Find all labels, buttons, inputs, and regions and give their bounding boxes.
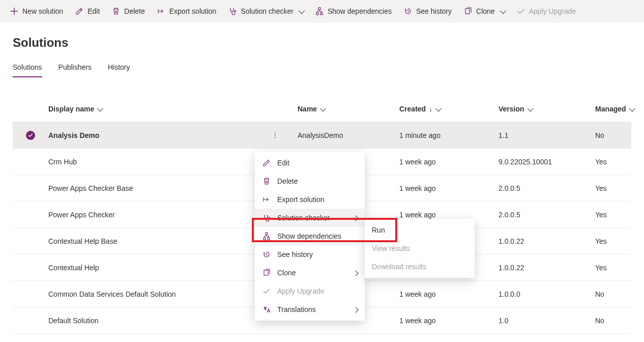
col-version[interactable]: Version (499, 105, 595, 113)
ctx-see-history[interactable]: See history (255, 245, 365, 264)
ctx-show-deps-label: Show dependencies (277, 232, 341, 240)
ctx-export[interactable]: Export solution (255, 190, 365, 209)
tab-history[interactable]: History (108, 59, 130, 77)
chevron-down-icon (435, 105, 440, 113)
svg-rect-2 (316, 13, 318, 15)
chevron-down-icon (629, 105, 634, 113)
chevron-right-icon (354, 305, 358, 314)
stethoscope-icon (228, 7, 237, 15)
trash-icon (112, 7, 120, 15)
ctx-delete[interactable]: Delete (255, 172, 365, 190)
chevron-right-icon (354, 269, 358, 277)
submenu-view-results: View results (365, 239, 475, 258)
cell-version: 9.0.22025.10001 (499, 158, 595, 166)
check-icon (262, 287, 271, 295)
cell-managed: No (595, 290, 644, 298)
tab-strip: Solutions Publishers History (13, 59, 631, 77)
cell-name: AnalysisDemo (298, 131, 399, 139)
cell-display-name[interactable]: Contextual Help Base (48, 237, 267, 245)
table-row[interactable]: Analysis DemoAnalysisDemo1 minute ago1.1… (13, 122, 631, 149)
export-icon (157, 7, 165, 15)
cell-created: 1 week ago (399, 211, 499, 219)
col-managed-label: Managed (595, 105, 626, 113)
cell-version: 1.0.0.0 (499, 290, 595, 298)
cell-managed: Yes (595, 184, 644, 192)
cell-managed: No (595, 131, 644, 139)
ctx-clone[interactable]: Clone (255, 264, 365, 282)
command-bar: New solution Edit Delete Export solution… (0, 0, 644, 22)
ctx-edit-label: Edit (277, 159, 289, 167)
ctx-apply-upgrade: Apply Upgrade (255, 282, 365, 300)
ctx-translations-label: Translations (277, 305, 316, 314)
col-created[interactable]: Created (399, 105, 499, 113)
solution-checker-button[interactable]: Solution checker (222, 1, 309, 21)
export-label: Export solution (169, 7, 217, 15)
ctx-translations[interactable]: Translations (255, 300, 365, 319)
chevron-down-icon (528, 105, 532, 113)
cell-version: 2.0.0.5 (499, 211, 595, 219)
delete-label: Delete (124, 7, 144, 15)
cell-display-name[interactable]: Analysis Demo (48, 131, 267, 139)
delete-button[interactable]: Delete (106, 1, 151, 21)
new-solution-button[interactable]: New solution (4, 1, 69, 21)
edit-button[interactable]: Edit (69, 1, 106, 21)
history-icon (262, 250, 271, 259)
chevron-down-icon (299, 7, 303, 15)
show-dependencies-label: Show dependencies (328, 7, 392, 15)
history-icon (404, 7, 412, 15)
sort-desc-icon (429, 105, 432, 113)
clone-label: Clone (476, 7, 495, 15)
cell-display-name[interactable]: Default Solution (48, 317, 267, 325)
svg-rect-9 (264, 270, 268, 275)
submenu-download-results: Download results (365, 258, 475, 276)
check-icon (517, 7, 525, 15)
clone-button[interactable]: Clone (458, 1, 511, 21)
cell-managed: Yes (595, 158, 644, 166)
submenu-view-results-label: View results (372, 244, 410, 252)
trash-icon (262, 177, 271, 185)
cell-display-name[interactable]: Crm Hub (48, 158, 267, 166)
stethoscope-icon (262, 214, 271, 222)
submenu-run-label: Run (372, 226, 385, 234)
col-name[interactable]: Name (298, 105, 399, 113)
export-icon (262, 195, 271, 204)
cell-display-name[interactable]: Power Apps Checker (48, 211, 267, 219)
col-display-name-label: Display name (48, 105, 94, 113)
more-vertical-icon[interactable] (267, 127, 283, 144)
col-managed[interactable]: Managed (595, 105, 644, 113)
svg-rect-4 (465, 9, 470, 14)
page-title: Solutions (13, 36, 631, 50)
svg-rect-3 (320, 13, 323, 15)
row-select-cell[interactable] (13, 131, 48, 140)
edit-label: Edit (87, 7, 100, 15)
row-more-button[interactable] (267, 127, 298, 144)
cell-display-name[interactable]: Power Apps Checker Base (48, 184, 267, 192)
col-display-name[interactable]: Display name (48, 105, 267, 113)
cell-managed: Yes (595, 237, 644, 245)
ctx-show-dependencies[interactable]: Show dependencies (255, 227, 365, 245)
dependencies-icon (262, 232, 271, 240)
tab-solutions[interactable]: Solutions (13, 59, 42, 77)
cell-managed: Yes (595, 264, 644, 272)
see-history-button[interactable]: See history (398, 1, 458, 21)
cell-display-name[interactable]: Common Data Services Default Solution (48, 290, 267, 298)
apply-upgrade-button: Apply Upgrade (511, 1, 582, 21)
cell-created: 1 minute ago (399, 131, 499, 139)
selected-check-icon (26, 131, 35, 140)
cell-created: 1 week ago (399, 290, 499, 298)
show-dependencies-button[interactable]: Show dependencies (309, 1, 398, 21)
export-button[interactable]: Export solution (151, 1, 223, 21)
pencil-icon (262, 159, 271, 167)
new-solution-label: New solution (22, 7, 63, 15)
submenu-run[interactable]: Run (365, 221, 475, 239)
svg-point-0 (235, 10, 236, 12)
svg-rect-7 (264, 238, 266, 240)
row-context-menu: Edit Delete Export solution Solution che… (255, 152, 365, 321)
cell-version: 2.0.0.5 (499, 184, 595, 192)
tab-publishers[interactable]: Publishers (58, 59, 92, 77)
cell-display-name[interactable]: Contextual Help (48, 264, 267, 272)
cell-version: 1.0.0.22 (499, 264, 595, 272)
ctx-edit[interactable]: Edit (255, 154, 365, 172)
ctx-export-label: Export solution (277, 195, 325, 204)
ctx-solution-checker[interactable]: Solution checker (255, 209, 365, 227)
